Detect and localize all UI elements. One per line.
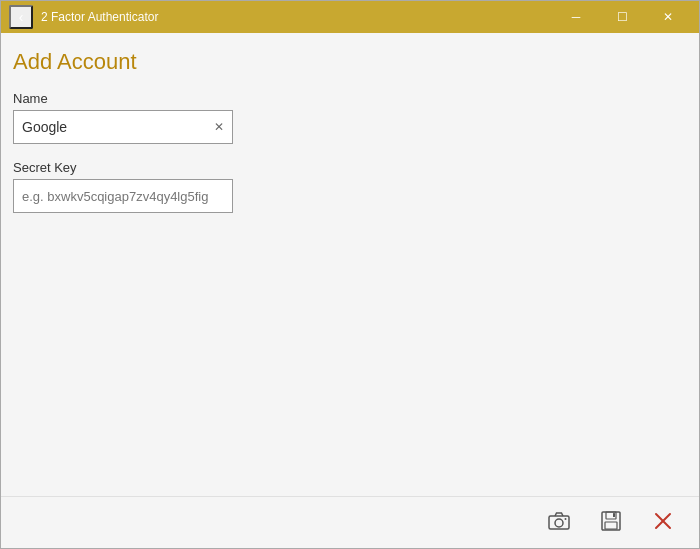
app-title: 2 Factor Authenticator	[41, 10, 158, 24]
maximize-icon: ☐	[617, 10, 628, 24]
minimize-icon: ─	[572, 10, 581, 24]
svg-point-1	[555, 519, 563, 527]
name-input[interactable]	[13, 110, 233, 144]
camera-icon	[548, 512, 570, 533]
cancel-button[interactable]	[643, 503, 683, 543]
svg-point-2	[565, 518, 567, 520]
title-bar: ‹ 2 Factor Authenticator ─ ☐ ✕	[1, 1, 699, 33]
clear-name-button[interactable]: ✕	[209, 117, 229, 137]
close-icon: ✕	[663, 10, 673, 24]
page-title: Add Account	[13, 49, 687, 75]
svg-rect-6	[613, 513, 615, 517]
camera-button[interactable]	[539, 503, 579, 543]
clear-icon: ✕	[214, 120, 224, 134]
secret-key-input[interactable]	[13, 179, 233, 213]
save-icon	[601, 511, 621, 534]
secret-key-label: Secret Key	[13, 160, 687, 175]
save-button[interactable]	[591, 503, 631, 543]
maximize-button[interactable]: ☐	[599, 1, 645, 33]
title-bar-left: ‹ 2 Factor Authenticator	[9, 5, 158, 29]
cancel-icon	[654, 512, 672, 533]
app-window: ‹ 2 Factor Authenticator ─ ☐ ✕ Add Accou…	[0, 0, 700, 549]
window-controls: ─ ☐ ✕	[553, 1, 691, 33]
main-content: Add Account Name ✕ Secret Key	[1, 33, 699, 496]
name-field-wrapper: ✕	[13, 110, 233, 144]
close-button[interactable]: ✕	[645, 1, 691, 33]
minimize-button[interactable]: ─	[553, 1, 599, 33]
bottom-toolbar	[1, 496, 699, 548]
svg-rect-5	[605, 522, 617, 529]
back-button[interactable]: ‹	[9, 5, 33, 29]
name-label: Name	[13, 91, 687, 106]
